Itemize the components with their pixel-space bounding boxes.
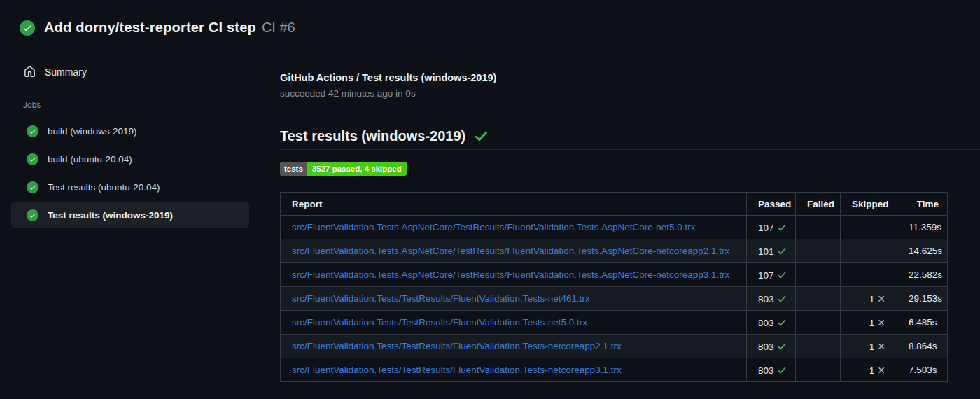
passed-count: 803 — [758, 341, 774, 351]
table-row: src/FluentValidation.Tests/TestResults/F… — [281, 335, 948, 358]
check-icon — [774, 341, 787, 351]
main-content: GitHub Actions / Test results (windows-2… — [280, 0, 980, 382]
workflow-run-header: Add dorny/test-reporter CI stepCI #6 — [20, 20, 295, 36]
sidebar-job-item[interactable]: Test results (ubuntu-20.04) — [0, 173, 266, 201]
check-circle-icon — [27, 209, 38, 221]
time-cell: 8.864s — [897, 335, 948, 358]
sidebar: Summary Jobs build (windows-2019)build (… — [0, 62, 266, 229]
passed-cell: 803 — [747, 287, 796, 311]
skipped-count: 1 — [869, 365, 875, 376]
failed-cell — [796, 216, 841, 239]
job-item-label: Test results (ubuntu-20.04) — [48, 182, 160, 192]
passed-cell: 803 — [747, 358, 796, 382]
report-link[interactable]: src/FluentValidation.Tests.AspNetCore/Te… — [292, 270, 729, 280]
home-icon — [24, 66, 36, 78]
skipped-count: 1 — [869, 318, 875, 328]
sidebar-item-summary[interactable]: Summary — [0, 62, 266, 82]
section-heading: Test results (windows-2019) — [280, 127, 980, 146]
job-item-label: build (windows-2019) — [48, 126, 137, 136]
failed-cell — [796, 239, 841, 263]
column-header-passed: Passed — [747, 192, 796, 216]
time-cell: 29.153s — [897, 287, 948, 311]
skipped-cell: 1✕ — [841, 358, 897, 382]
table-row: src/FluentValidation.Tests.AspNetCore/Te… — [281, 216, 948, 239]
skipped-cell — [841, 263, 897, 287]
table-row: src/FluentValidation.Tests.AspNetCore/Te… — [281, 263, 948, 287]
section-title: Test results (windows-2019) — [280, 127, 465, 146]
time-cell: 11.359s — [897, 216, 948, 239]
check-circle-icon — [27, 181, 38, 193]
check-circle-icon — [27, 125, 38, 137]
x-icon: ✕ — [877, 293, 886, 304]
report-cell: src/FluentValidation.Tests.AspNetCore/Te… — [281, 263, 747, 287]
test-results-table: Report Passed Failed Skipped Time src/Fl… — [280, 192, 948, 382]
sidebar-job-item[interactable]: build (ubuntu-20.04) — [0, 145, 266, 173]
report-link[interactable]: src/FluentValidation.Tests/TestResults/F… — [292, 293, 590, 304]
failed-cell — [796, 335, 841, 358]
passed-count: 803 — [758, 317, 774, 328]
skipped-cell — [841, 216, 897, 239]
skipped-cell: 1✕ — [841, 311, 897, 335]
passed-cell: 107 — [747, 263, 796, 287]
job-breadcrumb-title: GitHub Actions / Test results (windows-2… — [280, 71, 980, 84]
jobs-section-label: Jobs — [23, 100, 266, 110]
report-cell: src/FluentValidation.Tests/TestResults/F… — [281, 287, 747, 311]
time-cell: 22.582s — [897, 263, 948, 287]
passed-count: 803 — [758, 293, 774, 304]
column-header-skipped: Skipped — [841, 192, 897, 216]
passed-cell: 803 — [747, 335, 796, 358]
job-item-label: Test results (windows-2019) — [48, 210, 173, 220]
time-cell: 14.625s — [897, 239, 948, 263]
failed-cell — [796, 287, 841, 311]
check-icon — [774, 246, 787, 256]
failed-cell — [796, 263, 841, 287]
job-status-line: succeeded 42 minutes ago in 0s — [280, 88, 980, 100]
failed-cell — [796, 358, 841, 382]
passed-cell: 107 — [747, 216, 796, 239]
report-link[interactable]: src/FluentValidation.Tests.AspNetCore/Te… — [292, 222, 696, 232]
passed-cell: 101 — [747, 239, 796, 263]
column-header-report: Report — [281, 192, 747, 216]
passed-count: 107 — [758, 222, 774, 232]
report-link[interactable]: src/FluentValidation.Tests/TestResults/F… — [292, 341, 622, 351]
report-link[interactable]: src/FluentValidation.Tests/TestResults/F… — [292, 317, 587, 328]
passed-count: 101 — [758, 246, 774, 256]
time-cell: 6.485s — [897, 311, 948, 335]
report-cell: src/FluentValidation.Tests.AspNetCore/Te… — [281, 239, 747, 263]
table-body: src/FluentValidation.Tests.AspNetCore/Te… — [281, 216, 948, 382]
time-cell: 7.503s — [897, 358, 948, 382]
skipped-cell — [841, 239, 897, 263]
check-icon — [774, 365, 787, 375]
check-icon — [774, 317, 787, 328]
check-icon — [474, 129, 489, 144]
skipped-cell: 1✕ — [841, 335, 897, 358]
report-cell: src/FluentValidation.Tests.AspNetCore/Te… — [281, 216, 747, 239]
report-cell: src/FluentValidation.Tests/TestResults/F… — [281, 311, 747, 335]
report-link[interactable]: src/FluentValidation.Tests/TestResults/F… — [292, 365, 622, 375]
failed-cell — [796, 311, 841, 335]
table-row: src/FluentValidation.Tests/TestResults/F… — [281, 358, 948, 382]
summary-label: Summary — [45, 66, 87, 78]
skipped-count: 1 — [869, 294, 875, 304]
badge-label: tests — [280, 162, 307, 176]
x-icon: ✕ — [877, 365, 886, 376]
sidebar-jobs-list: build (windows-2019)build (ubuntu-20.04)… — [0, 117, 266, 228]
passed-count: 803 — [758, 365, 774, 375]
divider — [280, 108, 980, 109]
badge-value: 3527 passed, 4 skipped — [307, 162, 407, 176]
run-title: Add dorny/test-reporter CI step — [44, 20, 256, 35]
table-row: src/FluentValidation.Tests/TestResults/F… — [281, 311, 948, 335]
sidebar-job-item[interactable]: build (windows-2019) — [0, 117, 266, 145]
report-cell: src/FluentValidation.Tests/TestResults/F… — [281, 335, 747, 358]
passed-cell: 803 — [747, 311, 796, 335]
sidebar-job-item[interactable]: Test results (windows-2019) — [11, 202, 249, 228]
column-header-failed: Failed — [796, 192, 841, 216]
check-icon — [774, 270, 787, 280]
x-icon: ✕ — [877, 317, 886, 328]
check-icon — [774, 293, 787, 304]
table-row: src/FluentValidation.Tests/TestResults/F… — [281, 287, 948, 311]
column-header-time: Time — [897, 192, 948, 216]
report-link[interactable]: src/FluentValidation.Tests.AspNetCore/Te… — [292, 246, 729, 256]
passed-count: 107 — [758, 270, 774, 280]
job-item-label: build (ubuntu-20.04) — [48, 154, 132, 164]
